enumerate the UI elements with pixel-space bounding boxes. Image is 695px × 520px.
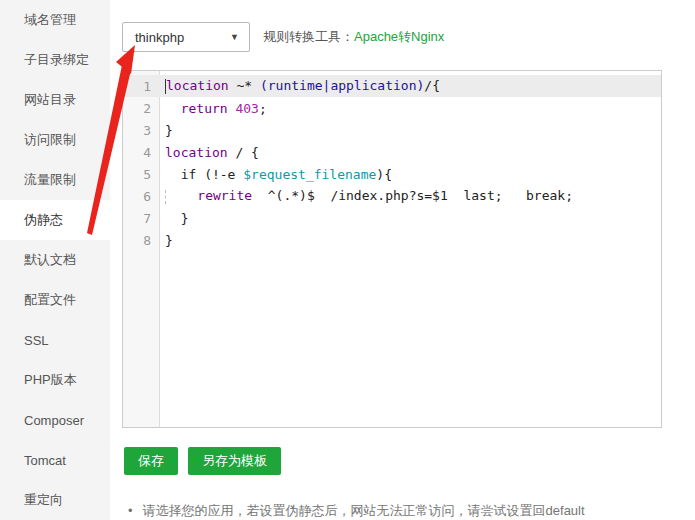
sidebar-item-default-document[interactable]: 默认文档 (0, 240, 110, 280)
line-number: 7 (123, 211, 160, 226)
code-row-2[interactable]: 2 return 403; (123, 97, 661, 119)
line-number: 5 (123, 167, 160, 182)
code-line-text: if (!-e $request_filename){ (160, 167, 392, 182)
sidebar-item-traffic-limit[interactable]: 流量限制 (0, 160, 110, 200)
code-line-text: } (160, 211, 188, 226)
sidebar-item-pseudo-static[interactable]: 伪静态 (0, 200, 110, 240)
convert-tool: 规则转换工具：Apache转Nginx (263, 28, 444, 46)
sidebar-item-subdirectory-binding[interactable]: 子目录绑定 (0, 40, 110, 80)
convert-tool-label: 规则转换工具： (263, 29, 354, 44)
code-line-text: rewrite ^(.*)$ /index.php?s=$1 last; bre… (160, 188, 573, 204)
bullet-icon: • (128, 503, 133, 518)
save-button[interactable]: 保存 (124, 447, 178, 475)
sidebar: 域名管理子目录绑定网站目录访问限制流量限制伪静态默认文档配置文件SSLPHP版本… (0, 0, 110, 520)
sidebar-item-config-file[interactable]: 配置文件 (0, 280, 110, 320)
help-note-text: 请选择您的应用，若设置伪静态后，网站无法正常访问，请尝试设置回default (143, 503, 585, 518)
sidebar-item-site-directory[interactable]: 网站目录 (0, 80, 110, 120)
sidebar-item-ssl[interactable]: SSL (0, 320, 110, 360)
code-line-text: location ~* (runtime|application)/{ (160, 78, 440, 94)
editor-code-area[interactable]: 1location ~* (runtime|application)/{2 re… (123, 75, 661, 251)
code-line-text: return 403; (160, 101, 267, 116)
app-type-select-value: thinkphp (135, 30, 184, 45)
line-number: 6 (123, 189, 160, 204)
sidebar-item-php-version[interactable]: PHP版本 (0, 360, 110, 400)
line-number: 8 (123, 233, 160, 248)
toolbar: thinkphp ▼ 规则转换工具：Apache转Nginx (122, 22, 444, 52)
code-line-text: } (160, 123, 173, 138)
code-row-7[interactable]: 7 } (123, 207, 661, 229)
sidebar-item-domain-management[interactable]: 域名管理 (0, 0, 110, 40)
line-number: 1 (123, 79, 160, 94)
code-row-1[interactable]: 1location ~* (runtime|application)/{ (123, 75, 661, 97)
line-number: 2 (123, 101, 160, 116)
code-line-text: location / { (160, 145, 259, 160)
code-row-5[interactable]: 5 if (!-e $request_filename){ (123, 163, 661, 185)
chevron-down-icon: ▼ (230, 32, 239, 42)
code-row-6[interactable]: 6 rewrite ^(.*)$ /index.php?s=$1 last; b… (123, 185, 661, 207)
sidebar-item-composer[interactable]: Composer (0, 400, 110, 440)
code-row-4[interactable]: 4location / { (123, 141, 661, 163)
app-type-select[interactable]: thinkphp ▼ (122, 22, 250, 52)
sidebar-item-redirect[interactable]: 重定向 (0, 480, 110, 520)
code-line-text: } (160, 233, 173, 248)
sidebar-item-access-restriction[interactable]: 访问限制 (0, 120, 110, 160)
line-number: 3 (123, 123, 160, 138)
code-row-8[interactable]: 8} (123, 229, 661, 251)
line-number: 4 (123, 145, 160, 160)
help-note: •请选择您的应用，若设置伪静态后，网站无法正常访问，请尝试设置回default (128, 502, 585, 520)
action-buttons: 保存 另存为模板 (124, 447, 291, 475)
site-settings-window: 域名管理子目录绑定网站目录访问限制流量限制伪静态默认文档配置文件SSLPHP版本… (0, 0, 695, 520)
apache-to-nginx-link[interactable]: Apache转Nginx (354, 29, 444, 44)
rewrite-rule-editor[interactable]: 1location ~* (runtime|application)/{2 re… (122, 70, 662, 428)
code-row-3[interactable]: 3} (123, 119, 661, 141)
sidebar-item-tomcat[interactable]: Tomcat (0, 440, 110, 480)
save-as-template-button[interactable]: 另存为模板 (188, 447, 281, 475)
